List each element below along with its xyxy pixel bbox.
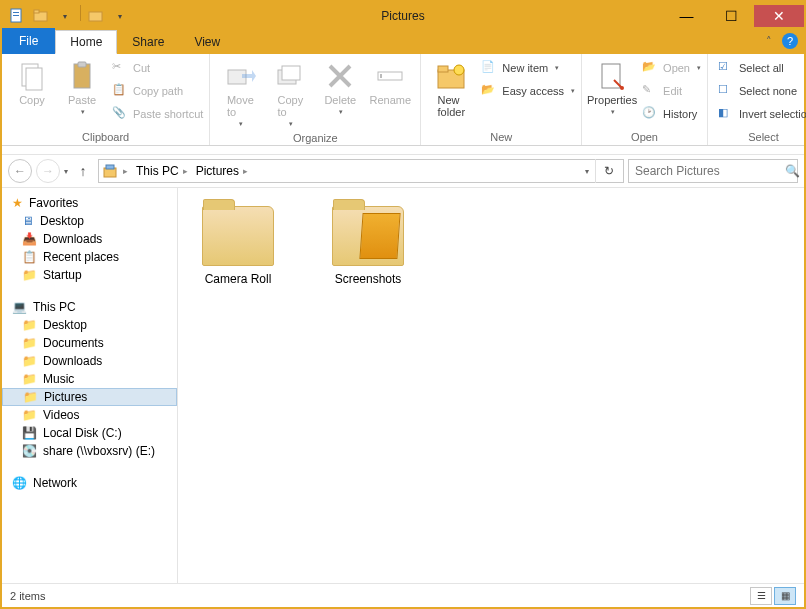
back-button[interactable]: ←	[8, 159, 32, 183]
body: ★ Favorites 🖥Desktop 📥Downloads 📋Recent …	[2, 188, 804, 583]
folder-icon: 📁	[22, 372, 37, 386]
easyaccess-icon: 📂	[481, 83, 497, 99]
recent-locations-dropdown[interactable]: ▾	[64, 167, 68, 176]
rename-button[interactable]: Rename	[366, 58, 414, 108]
window-controls: — ☐ ✕	[664, 5, 804, 27]
details-view-button[interactable]: ☰	[750, 587, 772, 605]
help-icon[interactable]: ?	[782, 33, 798, 49]
minimize-button[interactable]: —	[664, 5, 709, 27]
history-icon: 🕑	[642, 106, 658, 122]
sidebar-pc-share[interactable]: 💽share (\\vboxsrv) (E:)	[2, 442, 177, 460]
copy-path-button[interactable]: 📋Copy path	[112, 81, 203, 101]
favorites-root[interactable]: ★ Favorites	[2, 194, 177, 212]
shortcut-icon: 📎	[112, 106, 128, 122]
address-bar[interactable]: ▸ This PC▸ Pictures▸ ▾ ↻	[98, 159, 624, 183]
folder-camera-roll[interactable]: Camera Roll	[188, 198, 288, 294]
cut-button[interactable]: ✂Cut	[112, 58, 203, 78]
sidebar-item-desktop[interactable]: 🖥Desktop	[2, 212, 177, 230]
network-root[interactable]: 🌐 Network	[2, 474, 177, 492]
ribbon-group-open: Properties▾ 📂Open▾ ✎Edit 🕑History Open	[582, 54, 708, 145]
select-none-button[interactable]: ☐Select none	[718, 81, 806, 101]
qat-more-icon[interactable]: ▾	[54, 5, 76, 27]
address-dropdown-icon[interactable]: ▾	[579, 167, 595, 176]
sidebar-pc-music[interactable]: 📁Music	[2, 370, 177, 388]
titlebar: ▾ ▾ Pictures — ☐ ✕	[2, 2, 804, 30]
svg-rect-8	[74, 64, 90, 88]
tab-file[interactable]: File	[2, 28, 55, 54]
nav-row: ← → ▾ ↑ ▸ This PC▸ Pictures▸ ▾ ↻ 🔍	[2, 154, 804, 188]
sidebar-pc-pictures[interactable]: 📁Pictures	[2, 388, 177, 406]
move-to-button[interactable]: Move to▾	[216, 58, 264, 130]
new-folder-button[interactable]: New folder	[427, 58, 475, 120]
maximize-button[interactable]: ☐	[709, 5, 754, 27]
close-button[interactable]: ✕	[754, 5, 804, 27]
pc-icon: 💻	[12, 300, 27, 314]
ribbon-group-select: ☑Select all ☐Select none ◧Invert selecti…	[708, 54, 806, 145]
select-all-button[interactable]: ☑Select all	[718, 58, 806, 78]
svg-rect-9	[78, 62, 86, 67]
this-pc-root[interactable]: 💻 This PC	[2, 298, 177, 316]
ribbon-group-clipboard: Copy Paste▾ ✂Cut 📋Copy path 📎Paste short…	[2, 54, 210, 145]
item-count: 2 items	[10, 590, 45, 602]
svg-rect-16	[438, 66, 448, 72]
forward-button[interactable]: →	[36, 159, 60, 183]
svg-point-17	[454, 65, 464, 75]
copy-button[interactable]: Copy	[8, 58, 56, 108]
qat-newfolder-icon[interactable]	[30, 5, 52, 27]
refresh-button[interactable]: ↻	[595, 159, 621, 183]
invert-selection-button[interactable]: ◧Invert selection	[718, 104, 806, 124]
ribbon-group-organize: Move to▾ Copy to▾ Delete▾ Rename Organiz…	[210, 54, 421, 145]
star-icon: ★	[12, 196, 23, 210]
folder-screenshots[interactable]: Screenshots	[318, 198, 418, 294]
paste-button[interactable]: Paste▾	[58, 58, 106, 118]
invert-icon: ◧	[718, 106, 734, 122]
status-bar: 2 items ☰ ▦	[2, 583, 804, 607]
ribbon-group-new: New folder 📄New item▾ 📂Easy access▾ New	[421, 54, 582, 145]
large-icons-view-button[interactable]: ▦	[774, 587, 796, 605]
tab-share[interactable]: Share	[117, 30, 179, 54]
sidebar-pc-downloads[interactable]: 📁Downloads	[2, 352, 177, 370]
explorer-window: ▾ ▾ Pictures — ☐ ✕ File Home Share View …	[0, 0, 806, 609]
edit-button[interactable]: ✎Edit	[642, 81, 701, 101]
drive-icon: 💾	[22, 426, 37, 440]
properties-button[interactable]: Properties▾	[588, 58, 636, 118]
search-box[interactable]: 🔍	[628, 159, 798, 183]
collapse-ribbon-icon[interactable]: ˄	[766, 35, 772, 48]
svg-rect-7	[26, 68, 42, 90]
history-button[interactable]: 🕑History	[642, 104, 701, 124]
sidebar-item-downloads[interactable]: 📥Downloads	[2, 230, 177, 248]
svg-rect-1	[13, 12, 19, 13]
qat-folder-icon[interactable]	[85, 5, 107, 27]
folder-icon: 📁	[22, 408, 37, 422]
tab-view[interactable]: View	[179, 30, 235, 54]
search-input[interactable]	[635, 164, 785, 178]
open-button[interactable]: 📂Open▾	[642, 58, 701, 78]
sidebar-pc-videos[interactable]: 📁Videos	[2, 406, 177, 424]
sidebar-item-recent[interactable]: 📋Recent places	[2, 248, 177, 266]
edit-icon: ✎	[642, 83, 658, 99]
sidebar-pc-desktop[interactable]: 📁Desktop	[2, 316, 177, 334]
qat-dropdown-icon[interactable]: ▾	[109, 5, 131, 27]
tab-home[interactable]: Home	[55, 30, 117, 54]
breadcrumb-this-pc[interactable]: This PC▸	[132, 164, 192, 178]
downloads-icon: 📥	[22, 232, 37, 246]
sidebar-item-startup[interactable]: 📁Startup	[2, 266, 177, 284]
qat-properties-icon[interactable]	[6, 5, 28, 27]
paste-shortcut-button[interactable]: 📎Paste shortcut	[112, 104, 203, 124]
folder-icon: 📁	[22, 354, 37, 368]
quick-access-toolbar: ▾ ▾	[2, 5, 131, 27]
delete-button[interactable]: Delete▾	[316, 58, 364, 118]
newitem-icon: 📄	[481, 60, 497, 76]
new-item-button[interactable]: 📄New item▾	[481, 58, 575, 78]
folder-icon: 📁	[22, 318, 37, 332]
sidebar-pc-localdisk[interactable]: 💾Local Disk (C:)	[2, 424, 177, 442]
svg-rect-5	[89, 12, 102, 21]
breadcrumb-pictures[interactable]: Pictures▸	[192, 164, 252, 178]
easy-access-button[interactable]: 📂Easy access▾	[481, 81, 575, 101]
recent-icon: 📋	[22, 250, 37, 264]
folder-icon: 📁	[22, 336, 37, 350]
content-pane[interactable]: Camera Roll Screenshots	[178, 188, 804, 583]
up-button[interactable]: ↑	[72, 160, 94, 182]
sidebar-pc-documents[interactable]: 📁Documents	[2, 334, 177, 352]
copy-to-button[interactable]: Copy to▾	[266, 58, 314, 130]
